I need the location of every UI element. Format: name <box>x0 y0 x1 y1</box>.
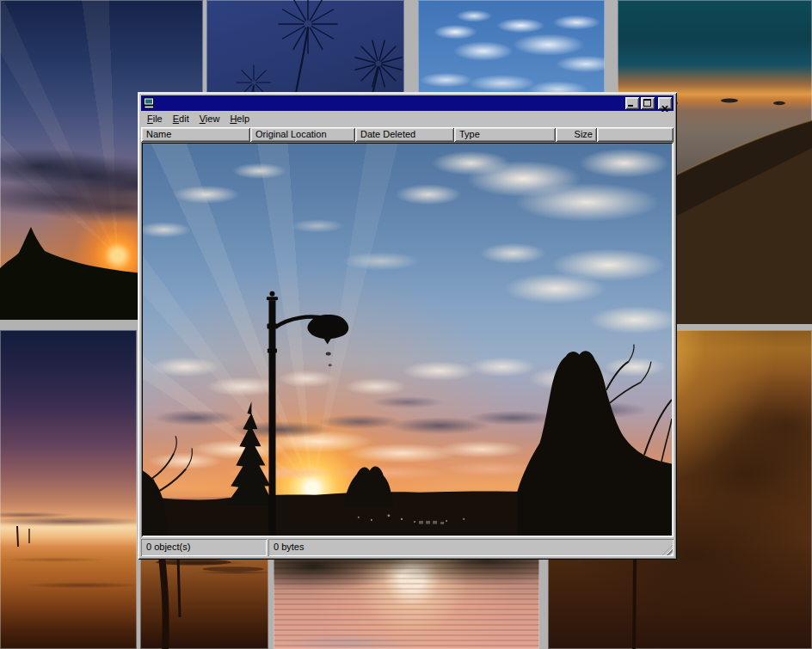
close-button[interactable] <box>658 97 672 109</box>
sunset-lamp-photo <box>143 144 672 536</box>
menu-edit[interactable]: Edit <box>168 112 194 126</box>
minimize-icon <box>628 105 633 107</box>
computer-icon[interactable] <box>143 97 155 109</box>
status-bar: 0 object(s) 0 bytes <box>141 539 674 556</box>
small-bush <box>343 467 393 507</box>
column-header-size[interactable]: Size <box>556 127 597 142</box>
menu-bar: File Edit View Help <box>141 111 674 127</box>
maximize-button[interactable] <box>641 97 655 109</box>
recycle-bin-window: File Edit View Help Name Original Locati… <box>138 92 677 560</box>
menu-help[interactable]: Help <box>225 112 255 126</box>
column-header-type[interactable]: Type <box>454 127 556 142</box>
column-header-name[interactable]: Name <box>141 127 250 142</box>
wallpaper-photo-lake-sunset <box>0 330 137 649</box>
status-size: 0 bytes <box>268 539 674 556</box>
minimize-button[interactable] <box>625 97 639 109</box>
menu-file[interactable]: File <box>142 112 168 126</box>
file-list-area[interactable] <box>141 142 674 537</box>
column-header-date-deleted[interactable]: Date Deleted <box>355 127 454 142</box>
column-header-filler <box>597 127 674 142</box>
column-headers: Name Original Location Date Deleted Type… <box>141 127 674 142</box>
cypress-tree <box>225 401 274 505</box>
status-objects: 0 object(s) <box>141 539 267 556</box>
close-icon <box>661 100 668 115</box>
menu-view[interactable]: View <box>194 112 225 126</box>
title-bar[interactable] <box>141 95 674 111</box>
column-header-original-location[interactable]: Original Location <box>250 127 355 142</box>
maximize-icon <box>643 99 651 107</box>
